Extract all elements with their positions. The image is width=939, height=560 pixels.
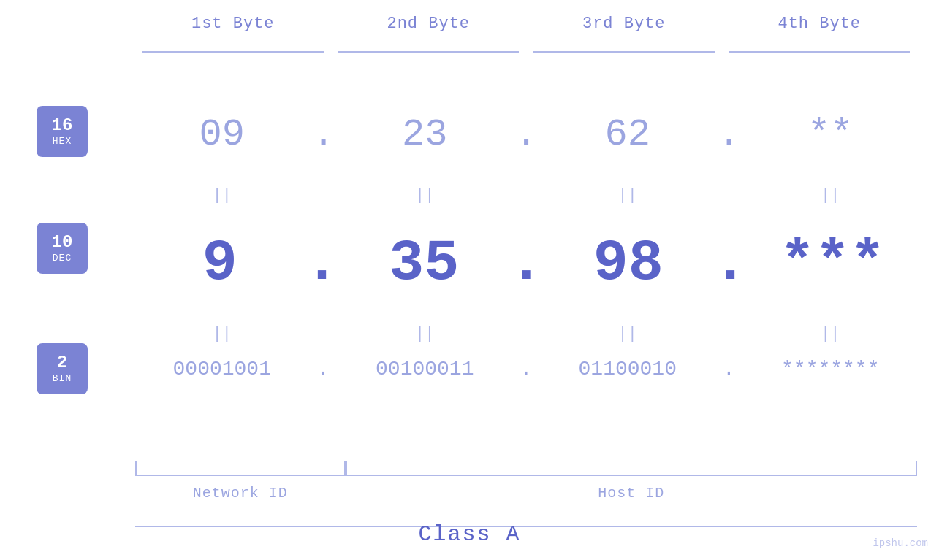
eq-db-2: || bbox=[338, 325, 512, 343]
bin-dot3: . bbox=[715, 358, 744, 380]
bracket-line-4 bbox=[729, 51, 911, 53]
hex-b4: ** bbox=[744, 113, 918, 156]
dec-b4: *** bbox=[748, 230, 917, 296]
class-label: Class A bbox=[418, 522, 520, 547]
bin-b4: ******** bbox=[744, 358, 918, 380]
badge-hex-label: HEX bbox=[53, 136, 72, 147]
network-id-label: Network ID bbox=[135, 485, 346, 502]
dec-row: 9 . 35 . 98 . *** bbox=[135, 230, 917, 296]
hex-dot3: . bbox=[715, 113, 744, 156]
badge-bin: 2 BIN bbox=[37, 343, 88, 394]
eq-hd-4: || bbox=[744, 186, 918, 204]
col-header-4: 4th Byte bbox=[722, 15, 918, 33]
eq-hd-2: || bbox=[338, 186, 512, 204]
col-header-2: 2nd Byte bbox=[331, 15, 527, 33]
bin-row: 00001001 . 00100011 . 01100010 . *******… bbox=[135, 358, 917, 380]
bin-dot1: . bbox=[309, 358, 338, 380]
badge-dec-label: DEC bbox=[53, 253, 72, 264]
bracket-line-3 bbox=[533, 51, 715, 53]
column-headers: 1st Byte 2nd Byte 3rd Byte 4th Byte bbox=[135, 15, 917, 33]
class-bracket-line bbox=[135, 526, 917, 527]
bracket-line-2 bbox=[338, 51, 520, 53]
badge-bin-number: 2 bbox=[57, 353, 67, 372]
badge-dec-number: 10 bbox=[52, 233, 73, 252]
bracket-network bbox=[135, 461, 346, 476]
dec-b1: 9 bbox=[135, 230, 304, 296]
bin-b3: 01100010 bbox=[541, 358, 715, 380]
dec-b3: 98 bbox=[544, 230, 712, 296]
equals-dec-bin: || || || || bbox=[135, 325, 917, 343]
hex-b1: 09 bbox=[135, 113, 309, 156]
eq-db-4: || bbox=[744, 325, 918, 343]
bottom-brackets bbox=[135, 461, 917, 476]
hex-b3: 62 bbox=[541, 113, 715, 156]
top-brackets bbox=[135, 51, 917, 53]
hex-b2: 23 bbox=[338, 113, 512, 156]
bin-b1: 00001001 bbox=[135, 358, 309, 380]
main-container: 1st Byte 2nd Byte 3rd Byte 4th Byte 16 H… bbox=[0, 0, 939, 560]
eq-hd-1: || bbox=[135, 186, 309, 204]
bin-b2: 00100011 bbox=[338, 358, 512, 380]
eq-db-3: || bbox=[541, 325, 715, 343]
badge-bin-label: BIN bbox=[53, 373, 72, 384]
equals-hex-dec: || || || || bbox=[135, 186, 917, 204]
dec-dot1: . bbox=[304, 230, 339, 296]
eq-db-1: || bbox=[135, 325, 309, 343]
hex-dot2: . bbox=[512, 113, 541, 156]
host-id-label: Host ID bbox=[346, 485, 918, 502]
badge-hex: 16 HEX bbox=[37, 106, 88, 157]
bin-dot2: . bbox=[512, 358, 541, 380]
badge-dec: 10 DEC bbox=[37, 223, 88, 274]
id-labels-row: Network ID Host ID bbox=[135, 485, 917, 502]
watermark: ipshu.com bbox=[873, 537, 928, 549]
hex-dot1: . bbox=[309, 113, 338, 156]
dec-dot2: . bbox=[509, 230, 544, 296]
bracket-line-1 bbox=[142, 51, 324, 53]
dec-dot3: . bbox=[712, 230, 748, 296]
col-header-3: 3rd Byte bbox=[526, 15, 722, 33]
badge-hex-number: 16 bbox=[52, 116, 73, 135]
eq-hd-3: || bbox=[541, 186, 715, 204]
hex-row: 09 . 23 . 62 . ** bbox=[135, 113, 917, 156]
col-header-1: 1st Byte bbox=[135, 15, 331, 33]
dec-b2: 35 bbox=[340, 230, 509, 296]
bracket-host bbox=[346, 461, 918, 476]
